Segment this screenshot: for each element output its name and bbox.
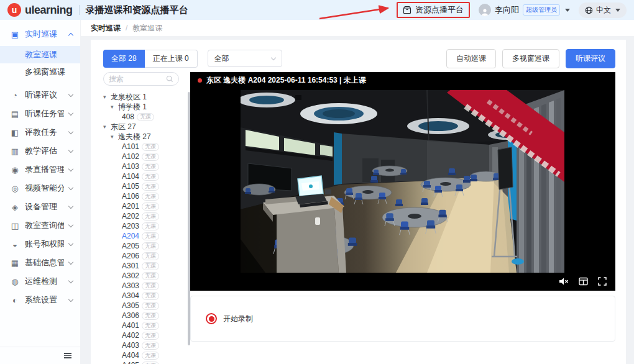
sidebar-group-4[interactable]: ▥教学评估 — [0, 142, 80, 160]
tab-all[interactable]: 全部 28 — [103, 50, 145, 68]
status-filter-tabs: 全部 28 正在上课 0 — [103, 50, 198, 68]
tree-node-A405[interactable]: A405无课 — [103, 360, 185, 364]
sidebar-group-label: 基础信息管理 — [25, 257, 64, 268]
tree-node-A203[interactable]: A203无课 — [103, 221, 185, 231]
language-selector[interactable]: 中文 — [579, 2, 627, 18]
tree-node-label: A105 — [122, 182, 139, 191]
sidebar-group-label: 设备管理 — [25, 201, 64, 212]
tree-node-A302[interactable]: A302无课 — [103, 271, 185, 281]
tree-node-A105[interactable]: A105无课 — [103, 181, 185, 191]
tree-node-A403[interactable]: A403无课 — [103, 340, 185, 350]
sidebar-collapse-button[interactable] — [0, 347, 80, 364]
sidebar-group-label: 实时巡课 — [25, 29, 64, 40]
divider — [79, 5, 80, 15]
tree-node-A301[interactable]: A301无课 — [103, 261, 185, 271]
tree-node-A306[interactable]: A306无课 — [103, 311, 185, 321]
sidebar-subitem-0-0[interactable]: 教室巡课 — [0, 46, 80, 63]
sidebar: ▣实时巡课教室巡课多视窗巡课◔听课评议▤听课任务管理◧评教任务▥教学评估◉录直播… — [0, 20, 81, 364]
tree-node-label: A402 — [122, 331, 139, 340]
tree-node-A304[interactable]: A304无课 — [103, 291, 185, 301]
sidebar-subitem-0-1[interactable]: 多视窗巡课 — [0, 63, 80, 81]
multi-window-patrol-button[interactable]: 多视窗巡课 — [502, 49, 559, 68]
tree-node-A202[interactable]: A202无课 — [103, 211, 185, 221]
sidebar-group-10[interactable]: ▦基础信息管理 — [0, 253, 80, 272]
status-badge: 无课 — [142, 342, 159, 350]
sidebar-group-7[interactable]: ◈设备管理 — [0, 198, 80, 216]
listen-task-icon: ▤ — [10, 109, 20, 119]
sidebar-group-11[interactable]: ◍运维检测 — [0, 272, 80, 291]
chevron-down-icon — [68, 296, 73, 301]
tree-node-A402[interactable]: A402无课 — [103, 330, 185, 340]
status-badge: 无课 — [142, 163, 159, 171]
sidebar-group-5[interactable]: ◉录直播管理 — [0, 160, 80, 179]
tree-node-A303[interactable]: A303无课 — [103, 281, 185, 291]
building-select[interactable]: 全部 — [208, 50, 282, 67]
chevron-down-icon — [68, 203, 73, 208]
user-menu[interactable]: 李向阳 超级管理员 — [479, 4, 570, 16]
tree-node-408[interactable]: 408无课 — [103, 112, 185, 122]
tree-node-A103[interactable]: A103无课 — [103, 162, 185, 171]
tab-in-class[interactable]: 正在上课 0 — [145, 50, 198, 68]
vod-button-label: 资源点播平台 — [415, 4, 464, 16]
recording-live-icon: ◉ — [10, 165, 20, 175]
tree-expander-icon[interactable]: ▾ — [111, 104, 118, 110]
chevron-down-icon — [68, 259, 73, 264]
sidebar-group-8[interactable]: ◫教室查询借用 — [0, 216, 80, 235]
tree-node-A106[interactable]: A106无课 — [103, 191, 185, 201]
tree-node-label: A306 — [122, 311, 139, 320]
chevron-down-icon — [68, 222, 73, 227]
tree-node-龙泉校区-1[interactable]: ▾龙泉校区 1 — [103, 92, 185, 102]
status-badge: 无课 — [137, 113, 154, 121]
tree-node-A401[interactable]: A401无课 — [103, 321, 185, 330]
status-badge: 无课 — [142, 173, 159, 181]
sidebar-group-9[interactable]: ◒账号和权限管理 — [0, 235, 80, 253]
sidebar-group-0[interactable]: ▣实时巡课 — [0, 25, 80, 43]
sidebar-group-2[interactable]: ▤听课任务管理 — [0, 104, 80, 123]
chevron-down-icon — [68, 129, 73, 134]
tree-node-A204[interactable]: A204无课 — [103, 231, 185, 241]
tree-node-label: A203 — [122, 222, 139, 230]
auto-patrol-button[interactable]: 自动巡课 — [446, 49, 496, 68]
tree-node-A104[interactable]: A104无课 — [103, 171, 185, 181]
tree-node-label: A302 — [122, 271, 139, 280]
tree-node-东区-27[interactable]: ▾东区 27 — [103, 122, 185, 132]
sidebar-group-6[interactable]: ◎视频智能分析 — [0, 179, 80, 198]
mute-icon[interactable] — [559, 277, 569, 286]
tree-node-A102[interactable]: A102无课 — [103, 152, 185, 162]
video-analysis-icon: ◎ — [10, 184, 20, 193]
status-badge: 无课 — [142, 143, 159, 151]
record-panel: 开始录制 — [190, 296, 615, 342]
multi-window-icon[interactable] — [579, 277, 588, 286]
annotation-arrow — [318, 4, 394, 20]
chevron-down-icon — [68, 166, 73, 171]
tree-node-label: 逸夫楼 27 — [118, 132, 151, 142]
tree-expander-icon[interactable]: ▾ — [103, 94, 111, 100]
sidebar-group-3[interactable]: ◧评教任务 — [0, 123, 80, 142]
status-badge: 无课 — [142, 153, 159, 161]
tree-node-label: A202 — [122, 212, 139, 221]
fullscreen-icon[interactable] — [598, 277, 607, 286]
listen-review-button[interactable]: 听课评议 — [566, 49, 615, 68]
tree-node-博学楼-1[interactable]: ▾博学楼 1 — [103, 102, 185, 112]
search-input[interactable] — [109, 75, 166, 83]
sidebar-group-12[interactable]: ◐系统设置 — [0, 291, 80, 309]
app-header: u ulearning 录播巡课和资源点播平台 资源点播平台 李向阳 超级管理员 — [0, 0, 634, 20]
sidebar-group-label: 视频智能分析 — [25, 183, 64, 194]
tree-node-A201[interactable]: A201无课 — [103, 201, 185, 211]
search-box — [103, 72, 179, 86]
tree-node-A404[interactable]: A404无课 — [103, 350, 185, 360]
tree-expander-icon[interactable]: ▾ — [103, 124, 111, 130]
breadcrumb-parent[interactable]: 实时巡课 — [91, 23, 121, 34]
sidebar-group-1[interactable]: ◔听课评议 — [0, 86, 80, 104]
tree-node-逸夫楼-27[interactable]: ▾逸夫楼 27 — [103, 132, 185, 142]
tree-node-A101[interactable]: A101无课 — [103, 142, 185, 152]
tree-node-A305[interactable]: A305无课 — [103, 301, 185, 311]
start-record-button[interactable] — [206, 313, 217, 324]
breadcrumb-current: 教室巡课 — [132, 23, 162, 34]
tree-expander-icon[interactable]: ▾ — [111, 134, 118, 140]
search-icon[interactable] — [166, 75, 173, 83]
tree-node-A206[interactable]: A206无课 — [103, 251, 185, 261]
collapse-sidebar-icon — [64, 353, 71, 358]
tree-node-A205[interactable]: A205无课 — [103, 241, 185, 251]
vod-platform-button[interactable]: 资源点播平台 — [397, 2, 470, 18]
